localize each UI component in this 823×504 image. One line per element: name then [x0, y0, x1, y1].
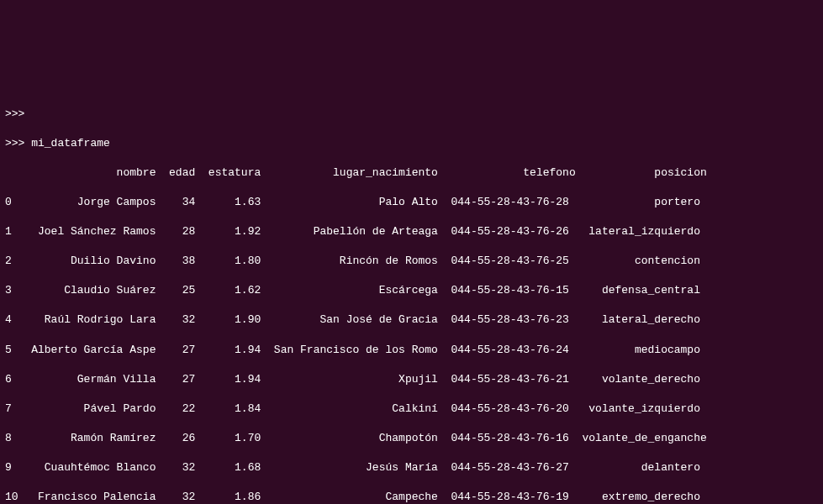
table-header: nombre edad estatura lugar_nacimiento te… [5, 165, 818, 181]
python-command: >>> mi_dataframe [5, 136, 818, 151]
table-row: 10 Francisco Palencia 32 1.86 Campeche 0… [5, 490, 818, 504]
table-row: 5 Alberto García Aspe 27 1.94 San Franci… [5, 343, 818, 358]
table-row: 7 Pável Pardo 22 1.84 Calkiní 044-55-28-… [5, 402, 818, 417]
table-row: 6 Germán Villa 27 1.94 Xpujil 044-55-28-… [5, 372, 818, 387]
table-row: 1 Joel Sánchez Ramos 28 1.92 Pabellón de… [5, 224, 818, 239]
table-row: 3 Claudio Suárez 25 1.62 Escárcega 044-5… [5, 283, 818, 298]
terminal-output[interactable]: >>> >>> mi_dataframe nombre edad estatur… [5, 62, 818, 504]
table-row: 4 Raúl Rodrigo Lara 32 1.90 San José de … [5, 312, 818, 328]
python-prompt: >>> [5, 107, 818, 122]
table-row: 2 Duilio Davino 38 1.80 Rincón de Romos … [5, 254, 818, 269]
table-row: 0 Jorge Campos 34 1.63 Palo Alto 044-55-… [5, 195, 818, 210]
table-row: 8 Ramón Ramírez 26 1.70 Champotón 044-55… [5, 431, 818, 446]
truncated-output-line [5, 77, 818, 92]
table-row: 9 Cuauhtémoc Blanco 32 1.68 Jesús María … [5, 460, 818, 475]
